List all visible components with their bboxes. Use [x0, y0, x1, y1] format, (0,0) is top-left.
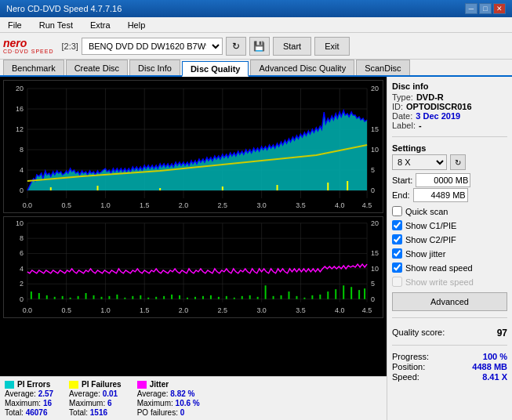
- svg-text:1.0: 1.0: [100, 201, 110, 209]
- menu-help[interactable]: Help: [123, 19, 151, 31]
- end-row: End:: [392, 188, 507, 202]
- settings-section: Settings 8 X ↻ Start: End:: [392, 143, 507, 203]
- svg-text:0: 0: [371, 186, 375, 194]
- settings-refresh-button[interactable]: ↻: [450, 154, 466, 170]
- nero-logo-sub: CD·DVD SPEED: [3, 49, 54, 54]
- drive-combo[interactable]: BENQ DVD DD DW1620 B7W9: [82, 38, 223, 55]
- show-jitter-row: Show jitter: [392, 248, 507, 259]
- divider-2: [392, 317, 507, 318]
- pi-errors-label: PI Errors: [17, 380, 50, 389]
- title-bar-buttons: ─ □ ✕: [465, 3, 506, 14]
- chart-area: 20 16 12 8 4 0 20 15 10 5 0 0.0 0.5 1.0: [0, 77, 387, 376]
- settings-title: Settings: [392, 143, 507, 153]
- tab-advanced-disc-quality[interactable]: Advanced Disc Quality: [250, 60, 354, 75]
- position-row: Position: 4488 MB: [392, 362, 507, 371]
- svg-text:15: 15: [371, 250, 379, 258]
- show-jitter-checkbox[interactable]: [392, 248, 402, 259]
- quick-scan-row: Quick scan: [392, 206, 507, 216]
- svg-text:4.0: 4.0: [335, 306, 345, 314]
- chart-container: 20 16 12 8 4 0 20 15 10 5 0 0.0 0.5 1.0: [0, 77, 387, 420]
- svg-text:5: 5: [371, 166, 375, 174]
- svg-text:5: 5: [371, 280, 375, 288]
- top-chart: 20 16 12 8 4 0 20 15 10 5 0 0.0 0.5 1.0: [3, 80, 383, 213]
- svg-text:8: 8: [20, 146, 24, 154]
- svg-text:8: 8: [20, 234, 24, 242]
- disc-date-row: Date: 3 Dec 2019: [392, 111, 507, 121]
- jitter-legend: Jitter Average: 8.82 % Maximum: 10.6 % P…: [137, 380, 200, 417]
- refresh-button[interactable]: ↻: [226, 37, 246, 56]
- tab-benchmark[interactable]: Benchmark: [3, 60, 64, 75]
- jitter-average: Average: 8.82 %: [137, 389, 200, 398]
- advanced-button[interactable]: Advanced: [392, 292, 507, 311]
- bottom-chart: 10 8 6 4 2 0 20 15 10 5 0 0.0 0.5 1.0: [3, 216, 383, 318]
- tab-bar: Benchmark Create Disc Disc Info Disc Qua…: [0, 60, 512, 77]
- title-bar-text: Nero CD-DVD Speed 4.7.7.16: [6, 4, 122, 13]
- menu-extra[interactable]: Extra: [85, 19, 115, 31]
- svg-text:0.5: 0.5: [61, 306, 71, 314]
- tab-scan-disc[interactable]: ScanDisc: [356, 60, 409, 75]
- svg-text:10: 10: [371, 265, 379, 273]
- exit-button[interactable]: Exit: [314, 37, 349, 56]
- start-button[interactable]: Start: [273, 37, 311, 56]
- pi-errors-legend: PI Errors Average: 2.57 Maximum: 16 Tota…: [5, 380, 53, 417]
- svg-text:3.5: 3.5: [296, 201, 305, 209]
- svg-text:1.0: 1.0: [100, 306, 111, 314]
- svg-text:0: 0: [20, 186, 24, 194]
- top-chart-svg: 20 16 12 8 4 0 20 15 10 5 0 0.0 0.5 1.0: [4, 81, 383, 212]
- show-c1pie-checkbox[interactable]: [392, 220, 402, 230]
- show-read-speed-checkbox[interactable]: [392, 262, 402, 273]
- svg-text:0: 0: [20, 295, 24, 303]
- jitter-label: Jitter: [150, 380, 169, 389]
- quick-scan-checkbox[interactable]: [392, 206, 402, 216]
- show-c2pif-row: Show C2/PIF: [392, 234, 507, 244]
- show-read-speed-row: Show read speed: [392, 262, 507, 273]
- drive-label: [2:3]: [62, 42, 78, 51]
- menu-file[interactable]: File: [3, 19, 27, 31]
- jitter-maximum: Maximum: 10.6 %: [137, 399, 200, 407]
- tab-disc-quality[interactable]: Disc Quality: [182, 61, 249, 77]
- pi-failures-label: PI Failures: [82, 380, 122, 389]
- show-write-speed-row: Show write speed: [392, 277, 507, 287]
- drive-selector: [2:3] BENQ DVD DD DW1620 B7W9: [62, 38, 223, 55]
- save-button[interactable]: 💾: [249, 37, 270, 56]
- svg-text:20: 20: [371, 85, 379, 92]
- minimize-button[interactable]: ─: [465, 3, 478, 14]
- pi-failures-maximum: Maximum: 6: [69, 399, 122, 407]
- svg-text:2.5: 2.5: [218, 201, 227, 209]
- svg-text:1.5: 1.5: [140, 201, 149, 209]
- svg-text:10: 10: [16, 219, 24, 227]
- start-input[interactable]: [416, 173, 470, 187]
- speed-row: 8 X ↻: [392, 154, 507, 170]
- show-c1pie-row: Show C1/PIE: [392, 220, 507, 230]
- menu-run-test[interactable]: Run Test: [34, 19, 78, 31]
- maximize-button[interactable]: □: [479, 3, 492, 14]
- svg-text:20: 20: [16, 85, 24, 92]
- tab-disc-info[interactable]: Disc Info: [129, 60, 180, 75]
- svg-text:20: 20: [371, 219, 379, 227]
- pi-failures-legend: PI Failures Average: 0.01 Maximum: 6 Tot…: [69, 380, 122, 417]
- end-input[interactable]: [413, 188, 468, 202]
- nero-logo: nero CD·DVD SPEED: [3, 38, 54, 54]
- start-row: Start:: [392, 173, 507, 187]
- svg-text:2.0: 2.0: [179, 201, 188, 209]
- main-content: 20 16 12 8 4 0 20 15 10 5 0 0.0 0.5 1.0: [0, 77, 512, 420]
- svg-text:4: 4: [20, 265, 24, 273]
- svg-text:0: 0: [371, 295, 375, 303]
- svg-text:12: 12: [16, 125, 24, 133]
- show-c2pif-checkbox[interactable]: [392, 234, 402, 244]
- pi-errors-total: Total: 46076: [5, 408, 53, 417]
- close-button[interactable]: ✕: [493, 3, 506, 14]
- svg-text:4.0: 4.0: [335, 201, 344, 209]
- divider-1: [392, 136, 507, 137]
- svg-text:2.5: 2.5: [218, 306, 228, 314]
- svg-text:15: 15: [371, 125, 379, 133]
- tab-create-disc[interactable]: Create Disc: [66, 60, 128, 75]
- progress-row: Progress: 100 %: [392, 352, 507, 361]
- show-write-speed-checkbox[interactable]: [392, 277, 402, 287]
- speed-select[interactable]: 8 X: [392, 154, 447, 170]
- quality-score-row: Quality score: 97: [392, 328, 507, 339]
- toolbar: nero CD·DVD SPEED [2:3] BENQ DVD DD DW16…: [0, 33, 512, 60]
- menu-bar: File Run Test Extra Help: [0, 17, 512, 33]
- disc-info-title: Disc info: [392, 81, 507, 91]
- disc-label-row: Label: -: [392, 121, 507, 130]
